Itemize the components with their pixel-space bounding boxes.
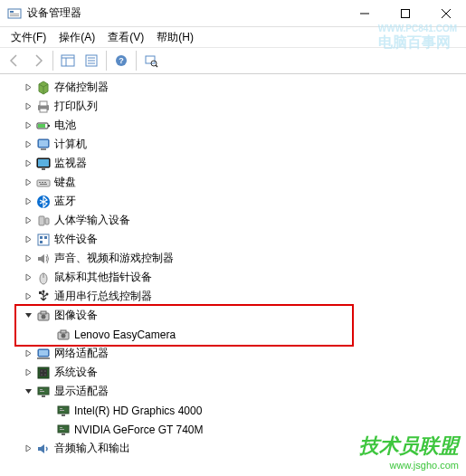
back-button[interactable] — [4, 50, 25, 71]
tree-item-label: 存储控制器 — [54, 80, 109, 95]
camera-icon — [56, 328, 71, 342]
svg-rect-24 — [48, 125, 50, 127]
tree-item[interactable]: 电池 — [2, 116, 464, 135]
svg-rect-31 — [42, 168, 45, 170]
svg-rect-1 — [10, 11, 14, 13]
tree-item-label: 声音、视频和游戏控制器 — [54, 251, 174, 266]
expand-icon[interactable] — [22, 443, 34, 455]
tree-item[interactable]: 系统设备 — [2, 363, 464, 382]
tree-item[interactable]: 鼠标和其他指针设备 — [2, 268, 464, 287]
svg-rect-8 — [62, 55, 74, 66]
tree-item[interactable]: 人体学输入设备 — [2, 211, 464, 230]
tree-item[interactable]: Intel(R) HD Graphics 4000 — [2, 401, 464, 420]
tree-item[interactable]: 图像设备 — [2, 306, 464, 325]
app-icon — [7, 6, 22, 21]
tree-item[interactable]: 计算机 — [2, 135, 464, 154]
toolbar-separator — [106, 51, 107, 71]
tree-item[interactable]: 存储控制器 — [2, 78, 464, 97]
battery-icon — [36, 119, 51, 133]
scan-button[interactable] — [140, 50, 162, 71]
expand-icon[interactable] — [22, 271, 34, 284]
tree-item-label: 监视器 — [54, 156, 87, 171]
tree-item[interactable]: 键盘 — [2, 173, 464, 192]
svg-rect-25 — [38, 124, 45, 128]
help-button[interactable]: ? — [110, 50, 132, 71]
expand-icon[interactable] — [22, 290, 34, 303]
svg-rect-39 — [45, 218, 49, 224]
menu-file[interactable]: 文件(F) — [5, 28, 52, 47]
expand-icon[interactable] — [22, 157, 34, 170]
display-icon — [56, 404, 71, 418]
maximize-button[interactable] — [385, 0, 425, 27]
expand-icon[interactable] — [22, 367, 34, 379]
close-button[interactable] — [425, 0, 466, 27]
tree-item-label: 人体学输入设备 — [54, 213, 130, 228]
tree-item[interactable]: 蓝牙 — [2, 192, 464, 211]
svg-rect-36 — [40, 184, 47, 185]
network-icon — [36, 347, 51, 361]
expand-icon[interactable] — [22, 176, 34, 189]
tree-item-label: 打印队列 — [54, 99, 98, 114]
toolbar: ? — [0, 47, 466, 74]
expand-icon[interactable] — [22, 233, 34, 246]
svg-line-19 — [156, 65, 157, 67]
properties-button[interactable] — [81, 50, 102, 71]
tree-item[interactable]: 软件设备 — [2, 230, 464, 249]
tree-item-label: 计算机 — [54, 137, 87, 152]
svg-rect-73 — [60, 427, 62, 428]
toolbar-separator — [136, 51, 137, 71]
expand-icon[interactable] — [22, 119, 34, 132]
expand-icon[interactable] — [22, 138, 34, 151]
menu-view[interactable]: 查看(V) — [102, 28, 149, 47]
expand-icon[interactable] — [22, 252, 34, 265]
expand-icon[interactable] — [22, 347, 34, 360]
expand-icon[interactable] — [22, 195, 34, 208]
menu-action[interactable]: 操作(A) — [53, 28, 100, 47]
expand-icon[interactable] — [22, 81, 34, 94]
keyboard-icon — [36, 176, 51, 190]
monitor-icon — [36, 157, 51, 171]
tree-item[interactable]: 声音、视频和游戏控制器 — [2, 249, 464, 268]
device-tree[interactable]: 存储控制器打印队列电池计算机监视器键盘蓝牙人体学输入设备软件设备声音、视频和游戏… — [0, 74, 466, 476]
show-hide-tree-button[interactable] — [57, 50, 79, 71]
svg-rect-59 — [40, 369, 47, 376]
tree-item[interactable]: 网络适配器 — [2, 344, 464, 363]
tree-item[interactable]: Lenovo EasyCamera — [2, 325, 464, 344]
svg-rect-41 — [40, 236, 43, 239]
collapse-icon[interactable] — [22, 309, 34, 322]
menu-help[interactable]: 帮助(H) — [151, 28, 199, 47]
svg-rect-75 — [62, 433, 65, 435]
svg-point-60 — [42, 370, 43, 371]
svg-rect-47 — [39, 291, 42, 294]
collapse-icon[interactable] — [22, 386, 34, 398]
svg-rect-66 — [40, 391, 44, 392]
window-title: 设备管理器 — [27, 5, 344, 21]
expand-icon[interactable] — [22, 100, 34, 113]
svg-rect-5 — [401, 9, 409, 17]
svg-point-54 — [62, 333, 66, 338]
svg-rect-70 — [60, 410, 64, 411]
tree-item[interactable]: 通用串行总线控制器 — [2, 287, 464, 306]
svg-rect-74 — [60, 429, 64, 430]
tree-item[interactable]: 显示适配器 — [2, 382, 464, 401]
svg-rect-40 — [38, 234, 49, 245]
menubar: 文件(F) 操作(A) 查看(V) 帮助(H) — [0, 27, 466, 47]
tree-item[interactable]: 音频输入和输出 — [2, 439, 464, 458]
svg-rect-3 — [10, 15, 19, 16]
svg-rect-22 — [40, 109, 47, 112]
expand-icon[interactable] — [22, 214, 34, 227]
svg-point-46 — [43, 290, 45, 292]
tree-item-label: 软件设备 — [54, 232, 98, 247]
tree-item[interactable]: NVIDIA GeForce GT 740M — [2, 420, 464, 439]
svg-rect-34 — [42, 182, 43, 183]
svg-rect-67 — [42, 395, 45, 397]
svg-rect-42 — [44, 236, 47, 239]
minimize-button[interactable] — [344, 0, 385, 27]
forward-button[interactable] — [27, 50, 49, 71]
svg-rect-2 — [10, 14, 19, 14]
svg-rect-30 — [38, 159, 49, 167]
svg-point-48 — [46, 292, 49, 295]
tree-item[interactable]: 打印队列 — [2, 97, 464, 116]
tree-item[interactable]: 监视器 — [2, 154, 464, 173]
svg-point-61 — [45, 370, 46, 371]
